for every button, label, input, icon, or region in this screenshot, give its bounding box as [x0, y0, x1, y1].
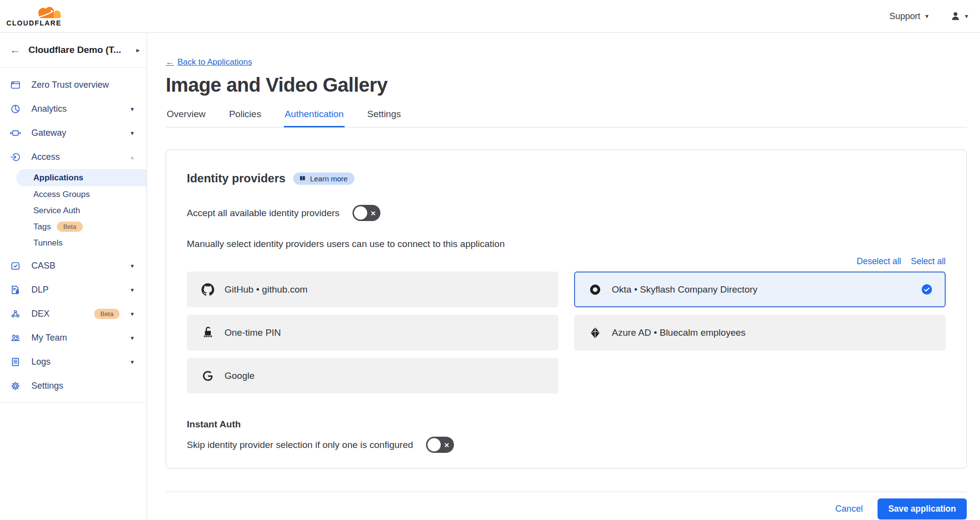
- instant-auth-heading: Instant Auth: [187, 419, 946, 430]
- window-icon: [10, 80, 21, 91]
- toggle-x-icon: ✕: [371, 210, 376, 216]
- sidebar-subitem-label: Service Auth: [33, 206, 80, 216]
- check-circle-icon: [922, 284, 932, 295]
- sidebar-item-dex[interactable]: DEX Beta ▾: [0, 302, 147, 326]
- sidebar-item-zero-trust-overview[interactable]: Zero Trust overview: [0, 73, 147, 97]
- provider-google[interactable]: Google: [187, 358, 558, 394]
- provider-okta[interactable]: Okta • Skyflash Company Directory: [574, 272, 946, 307]
- svg-text:****: ****: [203, 334, 212, 340]
- skip-selection-row: Skip identity provider selection if only…: [187, 437, 946, 453]
- pie-chart-icon: [10, 104, 21, 115]
- back-arrow-icon[interactable]: ←: [10, 45, 21, 55]
- sidebar-item-access[interactable]: Access ▴: [0, 145, 147, 169]
- accept-all-row: Accept all available identity providers …: [187, 205, 946, 221]
- sidebar-item-casb[interactable]: CASB ▾: [0, 254, 147, 278]
- chevron-down-icon[interactable]: ▾: [130, 358, 134, 366]
- chevron-down-icon[interactable]: ▾: [130, 310, 134, 318]
- page: CLOUDFLARE Support ▼ ▼ ← Cloudflare Demo…: [0, 0, 980, 520]
- skip-selection-toggle[interactable]: ✕: [426, 437, 454, 453]
- sidebar-item-label: CASB: [31, 261, 120, 271]
- chevron-down-icon[interactable]: ▾: [130, 262, 134, 270]
- sidebar-item-logs[interactable]: Logs ▾: [0, 350, 147, 374]
- sidebar-item-label: Access: [31, 152, 120, 162]
- dlp-doc-lock-icon: [10, 285, 21, 296]
- sidebar-item-gateway[interactable]: Gateway ▾: [0, 121, 147, 145]
- gear-icon: [10, 381, 21, 392]
- identity-providers-card: Identity providers Learn more Accept all…: [166, 149, 967, 469]
- sidebar-item-tags[interactable]: Tags Beta: [0, 219, 147, 235]
- sidebar-item-tunnels[interactable]: Tunnels: [0, 235, 147, 251]
- tab-overview[interactable]: Overview: [166, 109, 206, 127]
- learn-more-badge[interactable]: Learn more: [293, 173, 354, 185]
- tab-authentication[interactable]: Authentication: [284, 109, 345, 127]
- caret-down-icon: ▼: [964, 14, 969, 19]
- chevron-down-icon[interactable]: ▾: [130, 334, 134, 342]
- provider-label: Okta • Skyflash Company Directory: [612, 284, 757, 295]
- book-icon: [299, 174, 306, 182]
- chevron-down-icon[interactable]: ▾: [130, 129, 134, 137]
- chevron-down-icon[interactable]: ▾: [130, 105, 134, 113]
- sidebar-item-label: Settings: [31, 381, 139, 391]
- caret-right-icon[interactable]: ▸: [136, 46, 140, 54]
- tab-bar: Overview Policies Authentication Setting…: [166, 109, 967, 127]
- provider-github[interactable]: GitHub • github.com: [187, 272, 558, 307]
- sidebar-item-applications[interactable]: Applications: [16, 169, 147, 186]
- tab-policies[interactable]: Policies: [228, 109, 262, 127]
- gateway-icon: [10, 128, 21, 139]
- chevron-down-icon[interactable]: ▾: [130, 286, 134, 294]
- cancel-button[interactable]: Cancel: [835, 504, 863, 514]
- provider-one-time-pin[interactable]: **** One-time PIN: [187, 315, 558, 350]
- provider-grid: GitHub • github.com Okta • Skyflash Comp…: [187, 272, 946, 394]
- sidebar-item-analytics[interactable]: Analytics ▾: [0, 97, 147, 121]
- tab-settings[interactable]: Settings: [366, 109, 402, 127]
- chevron-up-icon[interactable]: ▴: [130, 153, 134, 161]
- sidebar-subitem-label: Applications: [33, 173, 83, 183]
- manual-select-text: Manually select identity providers users…: [187, 239, 946, 249]
- sidebar-item-label: Logs: [31, 357, 120, 367]
- sidebar-account-header: ← Cloudflare Demo (T... ▸: [0, 33, 147, 68]
- page-title: Image and Video Gallery: [166, 74, 967, 96]
- main-content: ← Back to Applications Image and Video G…: [147, 33, 980, 520]
- footer-actions: Cancel Save application: [166, 492, 967, 520]
- sidebar-divider: [0, 402, 147, 403]
- toggle-x-icon: ✕: [444, 442, 450, 448]
- account-name: Cloudflare Demo (T...: [28, 45, 128, 55]
- select-links: Deselect all Select all: [187, 256, 946, 267]
- okta-ring-icon: [588, 283, 602, 296]
- beta-badge: Beta: [94, 309, 120, 319]
- select-all-link[interactable]: Select all: [911, 256, 946, 267]
- logo-wordmark: CLOUDFLARE: [6, 19, 62, 27]
- dex-cluster-icon: [10, 309, 21, 320]
- team-icon: [10, 333, 21, 344]
- provider-label: Azure AD • Bluecalm employees: [612, 327, 746, 338]
- cloudflare-cloud-icon: [35, 6, 62, 19]
- sidebar-subitem-label: Access Groups: [33, 190, 90, 199]
- accept-all-label: Accept all available identity providers: [187, 208, 340, 219]
- sidebar-item-label: My Team: [31, 333, 120, 343]
- sidebar-item-label: DLP: [31, 285, 120, 295]
- support-label: Support: [889, 11, 920, 22]
- access-arrow-icon: [10, 152, 21, 163]
- sidebar-item-my-team[interactable]: My Team ▾: [0, 326, 147, 350]
- sidebar-item-access-groups[interactable]: Access Groups: [0, 186, 147, 202]
- sidebar: ← Cloudflare Demo (T... ▸ Zero Trust ove…: [0, 33, 147, 520]
- topbar: CLOUDFLARE Support ▼ ▼: [0, 0, 980, 33]
- person-icon: [950, 11, 961, 22]
- user-menu[interactable]: ▼: [950, 11, 969, 22]
- back-link-label: Back to Applications: [177, 57, 252, 67]
- azure-diamond-icon: [588, 326, 602, 339]
- provider-label: Google: [225, 371, 254, 381]
- beta-badge: Beta: [57, 222, 83, 232]
- provider-label: One-time PIN: [225, 327, 281, 338]
- sidebar-item-settings[interactable]: Settings: [0, 374, 147, 398]
- accept-all-toggle[interactable]: ✕: [352, 205, 380, 221]
- sidebar-item-dlp[interactable]: DLP ▾: [0, 278, 147, 302]
- sidebar-item-service-auth[interactable]: Service Auth: [0, 202, 147, 219]
- save-application-button[interactable]: Save application: [878, 498, 967, 520]
- topbar-right: Support ▼ ▼: [889, 11, 969, 22]
- back-to-applications-link[interactable]: ← Back to Applications: [166, 57, 252, 67]
- provider-azure-ad[interactable]: Azure AD • Bluecalm employees: [574, 315, 946, 350]
- deselect-all-link[interactable]: Deselect all: [857, 256, 901, 267]
- cloudflare-logo[interactable]: CLOUDFLARE: [6, 6, 62, 27]
- support-menu[interactable]: Support ▼: [889, 11, 930, 22]
